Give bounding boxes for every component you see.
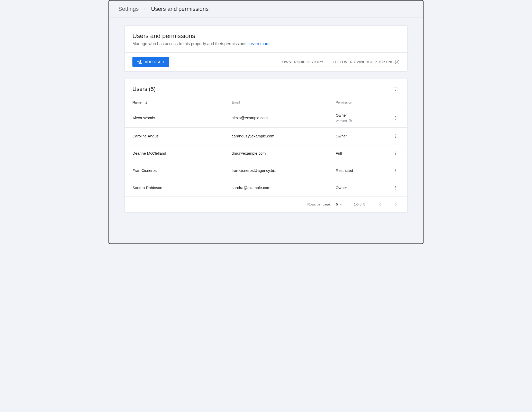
user-permission-value: Owner — [336, 113, 386, 117]
ownership-history-button[interactable]: OWNERSHIP HISTORY — [282, 60, 323, 64]
pagination: Rows per page: 5 1-5 of 5 — [125, 196, 407, 212]
filter-button[interactable] — [391, 85, 400, 93]
user-permission-value: Owner — [336, 185, 386, 190]
svg-point-2 — [350, 121, 350, 122]
add-user-button[interactable]: ADD USER — [132, 57, 169, 67]
row-actions-button[interactable] — [392, 114, 400, 122]
column-header-name[interactable]: Name — [125, 96, 229, 108]
more-vert-icon — [393, 151, 398, 156]
svg-point-10 — [395, 153, 396, 154]
user-email: alexa@example.com — [229, 108, 333, 127]
user-name: Deanne McClelland — [125, 145, 229, 162]
learn-more-link[interactable]: Learn more — [249, 42, 270, 46]
user-name: Sandra Robinson — [125, 179, 229, 196]
users-title: Users (5) — [132, 86, 156, 92]
user-name: Alexa Woods — [125, 108, 229, 127]
svg-point-17 — [395, 189, 396, 189]
rows-per-page-label: Rows per page: — [308, 202, 331, 206]
page-title: Users and permissions — [132, 32, 400, 40]
table-row: Alexa Woodsalexa@example.comOwnerVerifie… — [125, 108, 407, 127]
column-header-permission[interactable]: Permission — [332, 96, 389, 108]
more-vert-icon — [393, 185, 398, 190]
row-actions-button[interactable] — [392, 167, 400, 174]
svg-point-14 — [395, 171, 396, 172]
more-vert-icon — [393, 168, 398, 173]
next-page-button[interactable] — [392, 201, 400, 208]
breadcrumb-current: Users and permissions — [151, 6, 209, 12]
svg-point-9 — [395, 152, 396, 152]
column-header-name-label: Name — [132, 100, 141, 104]
user-email: carangus@example.com — [229, 127, 333, 145]
user-permission: OwnerVerified — [332, 108, 389, 127]
user-permission: Owner — [332, 179, 389, 196]
more-vert-icon — [393, 134, 398, 138]
user-permission: Restricted — [332, 162, 389, 179]
person-add-icon — [137, 59, 142, 64]
svg-point-8 — [395, 137, 396, 138]
svg-point-3 — [395, 116, 396, 117]
users-card: Users (5) Name — [124, 79, 408, 213]
svg-point-7 — [395, 136, 396, 136]
table-row: Caroline Anguscarangus@example.comOwner — [125, 127, 407, 145]
user-email: dmc@example.com — [229, 145, 333, 162]
chevron-left-icon — [378, 202, 383, 207]
breadcrumb: Settings Users and permissions — [109, 1, 423, 18]
svg-point-13 — [395, 170, 396, 171]
user-name: Fran Cisneros — [125, 162, 229, 179]
header-card: Users and permissions Manage who has acc… — [124, 25, 408, 71]
svg-point-11 — [395, 154, 396, 155]
leftover-tokens-button[interactable]: LEFTOVER OWNERSHIP TOKENS (3) — [333, 60, 400, 64]
row-actions-button[interactable] — [392, 184, 400, 192]
user-name: Caroline Angus — [125, 127, 229, 145]
user-permission: Owner — [332, 127, 389, 145]
user-email: fran.cisneros@agency.biz — [229, 162, 333, 179]
user-permission-value: Owner — [336, 134, 386, 138]
verified-badge: Verified — [336, 119, 386, 123]
column-header-email[interactable]: Email — [229, 96, 333, 108]
table-row: Sandra Robinsonsandra@example.comOwner — [125, 179, 407, 196]
filter-icon — [393, 87, 398, 92]
svg-point-5 — [395, 119, 396, 119]
user-email: sandra@example.com — [229, 179, 333, 196]
add-user-label: ADD USER — [145, 60, 164, 64]
user-permission: Full — [332, 145, 389, 162]
arrow-down-icon — [145, 101, 148, 105]
users-table: Name Email Permission Alexa Woodsalexa@e… — [125, 96, 407, 196]
chevron-right-icon — [143, 7, 147, 11]
svg-point-16 — [395, 187, 396, 188]
pagination-range: 1-5 of 5 — [354, 202, 365, 206]
svg-point-15 — [395, 186, 396, 187]
rows-per-page-value: 5 — [336, 202, 338, 206]
user-permission-value: Restricted — [336, 168, 386, 173]
prev-page-button[interactable] — [376, 201, 384, 208]
breadcrumb-root[interactable]: Settings — [118, 6, 139, 12]
verified-label: Verified — [336, 119, 347, 123]
arrow-drop-down-icon — [339, 203, 342, 206]
user-permission-value: Full — [336, 151, 386, 155]
chevron-right-icon — [393, 202, 398, 207]
help-icon[interactable] — [348, 119, 352, 123]
more-vert-icon — [393, 116, 398, 120]
page-description-text: Manage who has access to this property a… — [132, 42, 247, 46]
page-description: Manage who has access to this property a… — [132, 42, 400, 46]
rows-per-page-select[interactable]: 5 — [336, 202, 342, 206]
table-row: Deanne McClellanddmc@example.comFull — [125, 145, 407, 162]
svg-point-6 — [395, 134, 396, 135]
table-row: Fran Cisnerosfran.cisneros@agency.bizRes… — [125, 162, 407, 179]
row-actions-button[interactable] — [392, 149, 400, 157]
svg-point-12 — [395, 169, 396, 170]
row-actions-button[interactable] — [392, 132, 400, 140]
svg-point-4 — [395, 117, 396, 118]
